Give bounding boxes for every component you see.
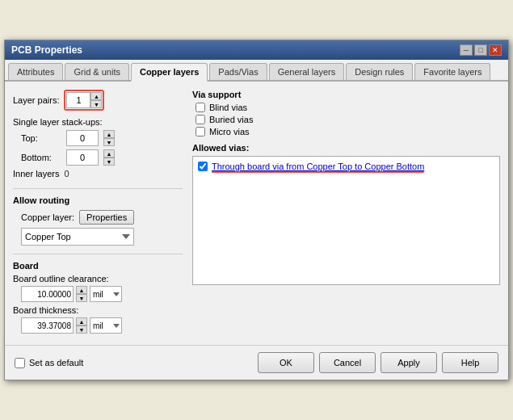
board-outline-input[interactable] (21, 286, 74, 302)
single-stack-label: Single layer stack-ups: (13, 117, 183, 127)
via-item-checkbox[interactable] (198, 162, 208, 171)
micro-vias-checkbox[interactable] (196, 127, 205, 136)
board-outline-unit-select[interactable]: mil mm in (90, 286, 122, 302)
blind-vias-label: Blind vias (209, 103, 247, 112)
bottom-up-btn[interactable]: ▲ (103, 149, 115, 158)
layer-pairs-spinner-btns: ▲ ▼ (90, 92, 102, 108)
board-thickness-up-btn[interactable]: ▲ (76, 317, 87, 326)
via-item-row: Through board via from Copper Top to Cop… (196, 160, 496, 173)
footer-buttons: OK Cancel Apply Help (258, 352, 498, 373)
layer-pairs-row: Layer pairs: ▲ ▼ (13, 90, 183, 111)
tab-attributes[interactable]: Attributes (8, 63, 63, 80)
top-spinner-btns: ▲ ▼ (103, 130, 115, 146)
copper-layer-label: Copper layer: (21, 212, 74, 222)
maximize-button[interactable]: □ (474, 44, 487, 56)
tab-design-rules[interactable]: Design rules (346, 63, 413, 80)
blind-vias-row: Blind vias (192, 103, 500, 112)
micro-vias-row: Micro vias (192, 127, 500, 136)
micro-vias-label: Micro vias (209, 127, 250, 136)
inner-layers-row: Inner layers 0 (13, 169, 183, 178)
minimize-button[interactable]: ─ (460, 44, 473, 56)
allowed-vias-title: Allowed vias: (192, 143, 500, 153)
layer-pairs-input[interactable] (66, 92, 90, 108)
close-button[interactable]: ✕ (489, 44, 502, 56)
title-controls: ─ □ ✕ (460, 44, 502, 56)
board-thickness-input[interactable] (21, 317, 74, 334)
layer-pairs-down-btn[interactable]: ▼ (90, 100, 102, 108)
footer: Set as default OK Cancel Apply Help (5, 345, 508, 380)
inner-layers-value: 0 (64, 169, 69, 178)
bottom-spinner-btns: ▲ ▼ (103, 149, 115, 166)
title-bar: PCB Properties ─ □ ✕ (5, 40, 508, 60)
tab-general-layers[interactable]: General layers (269, 63, 345, 80)
board-thickness-unit-select[interactable]: mil mm in (90, 317, 122, 334)
divider-2 (13, 254, 183, 254)
buried-vias-checkbox[interactable] (196, 115, 205, 124)
buried-vias-label: Buried vias (209, 115, 253, 124)
allow-routing-group: Allow routing Copper layer: Properties C… (13, 195, 183, 246)
board-thickness-down-btn[interactable]: ▼ (76, 326, 87, 334)
tab-pads-vias[interactable]: Pads/Vias (209, 63, 267, 80)
board-outline-down-btn[interactable]: ▼ (76, 294, 87, 302)
board-outline-label: Board outline clearance: (13, 274, 183, 284)
set-default-checkbox[interactable] (15, 358, 25, 368)
board-group: Board Board outline clearance: ▲ ▼ mil m… (13, 261, 183, 334)
allowed-vias-group: Allowed vias: Through board via from Cop… (192, 143, 500, 285)
tab-grid-units[interactable]: Grid & units (65, 63, 128, 80)
tab-copper-layers[interactable]: Copper layers (131, 63, 208, 82)
via-support-group: Via support Blind vias Buried vias Micro… (192, 90, 500, 136)
layer-pairs-label: Layer pairs: (13, 95, 59, 105)
window-title: PCB Properties (11, 44, 82, 56)
left-panel: Layer pairs: ▲ ▼ Single layer stack-ups:… (13, 90, 183, 337)
inner-layers-label: Inner layers (13, 169, 59, 178)
help-button[interactable]: Help (442, 352, 498, 373)
board-title: Board (13, 261, 183, 271)
board-thickness-row: ▲ ▼ mil mm in (13, 317, 183, 334)
ok-button[interactable]: OK (258, 352, 314, 373)
board-thickness-label: Board thickness: (13, 305, 183, 315)
allow-routing-title: Allow routing (13, 195, 183, 205)
copper-layer-dropdown[interactable]: Copper Top Copper Bottom (21, 228, 134, 246)
blind-vias-checkbox[interactable] (196, 103, 205, 112)
properties-button[interactable]: Properties (79, 210, 134, 225)
allowed-vias-box: Through board via from Copper Top to Cop… (192, 156, 500, 285)
cancel-button[interactable]: Cancel (319, 352, 376, 373)
pcb-properties-window: PCB Properties ─ □ ✕ Attributes Grid & u… (4, 40, 509, 380)
right-panel: Via support Blind vias Buried vias Micro… (192, 90, 500, 337)
top-input[interactable] (66, 130, 99, 146)
set-default-label: Set as default (29, 358, 83, 368)
copper-layer-row: Copper layer: Properties (13, 210, 183, 225)
via-support-title: Via support (192, 90, 500, 99)
set-default-row: Set as default (15, 358, 83, 368)
buried-vias-row: Buried vias (192, 115, 500, 124)
bottom-label: Bottom: (21, 153, 61, 162)
main-content: Layer pairs: ▲ ▼ Single layer stack-ups:… (5, 82, 508, 345)
apply-button[interactable]: Apply (381, 352, 437, 373)
layer-pairs-spinner: ▲ ▼ (64, 90, 104, 111)
top-row: Top: ▲ ▼ (13, 130, 183, 146)
board-outline-row: ▲ ▼ mil mm in (13, 286, 183, 302)
bottom-row: Bottom: ▲ ▼ (13, 149, 183, 166)
bottom-down-btn[interactable]: ▼ (103, 158, 115, 166)
top-down-btn[interactable]: ▼ (103, 138, 115, 146)
board-thickness-spin: ▲ ▼ (76, 317, 87, 334)
bottom-input[interactable] (66, 149, 99, 166)
board-outline-up-btn[interactable]: ▲ (76, 286, 87, 294)
tab-bar: Attributes Grid & units Copper layers Pa… (5, 60, 508, 82)
via-item-label[interactable]: Through board via from Copper Top to Cop… (212, 162, 424, 171)
divider-1 (13, 188, 183, 189)
top-up-btn[interactable]: ▲ (103, 130, 115, 138)
layer-pairs-up-btn[interactable]: ▲ (90, 92, 102, 100)
top-label: Top: (21, 133, 61, 143)
tab-favorite-layers[interactable]: Favorite layers (414, 63, 490, 80)
copper-dropdown-row: Copper Top Copper Bottom (13, 228, 183, 246)
board-outline-spin: ▲ ▼ (76, 286, 87, 302)
